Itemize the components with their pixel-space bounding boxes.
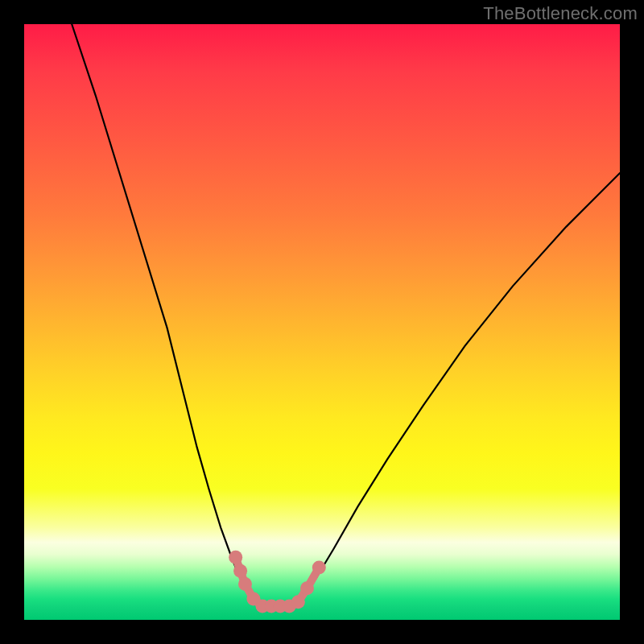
- outer-frame: TheBottleneck.com: [0, 0, 644, 644]
- data-marker: [291, 595, 305, 609]
- data-marker: [229, 551, 242, 564]
- data-marker: [300, 581, 314, 595]
- data-marker: [238, 577, 252, 591]
- left-curve: [72, 24, 259, 606]
- watermark-text: TheBottleneck.com: [483, 3, 638, 24]
- right-curve: [292, 173, 620, 606]
- data-marker: [312, 560, 326, 574]
- chart-svg: [24, 24, 620, 620]
- plot-area: [24, 24, 620, 620]
- data-marker: [233, 564, 247, 578]
